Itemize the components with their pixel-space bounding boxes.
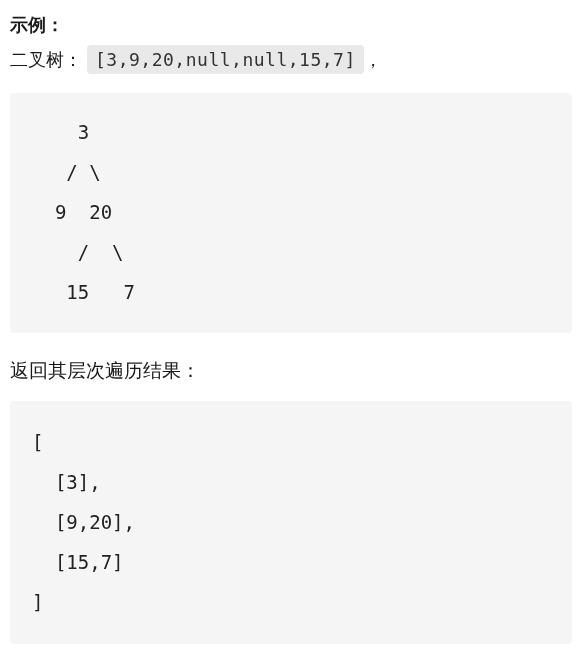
output-code-block: [ [3], [9,20], [15,7] ]	[10, 401, 572, 644]
tree-diagram-block: 3 / \ 9 20 / \ 15 7	[10, 93, 572, 332]
example-heading: 示例：	[10, 10, 572, 41]
result-label: 返回其层次遍历结果：	[10, 355, 572, 387]
input-array-code: [3,9,20,null,null,15,7]	[87, 45, 364, 74]
input-description: 二叉树： [3,9,20,null,null,15,7]，	[10, 45, 572, 76]
desc-prefix: 二叉树：	[10, 50, 82, 70]
desc-suffix: ，	[364, 50, 382, 70]
